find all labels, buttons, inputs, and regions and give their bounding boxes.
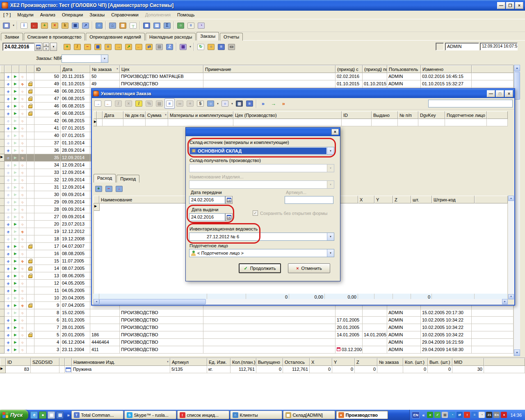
cell[interactable]: 20 bbox=[34, 221, 61, 228]
cell[interactable]: 11.07.2005 bbox=[61, 258, 90, 265]
cell[interactable]: 30 bbox=[34, 191, 61, 199]
column-header[interactable]: Y bbox=[374, 196, 393, 203]
search-doc-icon[interactable]: ○ bbox=[220, 98, 230, 109]
table-row[interactable]: »►«5020.11.201550ПРОИЗВОДСТВО МАТРАЦЕВ02… bbox=[0, 73, 514, 80]
link-icon[interactable]: ∞ bbox=[175, 98, 185, 109]
cancel-button[interactable]: × Отменить bbox=[288, 263, 330, 273]
cell[interactable] bbox=[445, 119, 487, 126]
column-header[interactable] bbox=[487, 111, 508, 119]
chevron-left-icon[interactable]: « bbox=[421, 413, 426, 418]
green-arrow-icon[interactable]: → bbox=[268, 98, 278, 109]
column-header[interactable] bbox=[65, 358, 72, 366]
modal-search-input[interactable] bbox=[428, 100, 513, 107]
menu-item-справочники[interactable]: Справочники bbox=[108, 11, 142, 18]
cell[interactable] bbox=[203, 339, 336, 346]
taskbar-button[interactable]: SSkype™ - rusla... bbox=[124, 411, 176, 419]
cell[interactable]: ADMIN bbox=[387, 80, 421, 88]
column-header[interactable]: (приход) с bbox=[336, 65, 363, 73]
cell[interactable]: 0 bbox=[355, 366, 377, 373]
column-header[interactable]: ID bbox=[342, 111, 372, 119]
antivirus-icon[interactable]: e bbox=[427, 412, 433, 418]
scroll-up-icon[interactable]: ▲ bbox=[514, 65, 520, 71]
cell[interactable] bbox=[168, 119, 233, 126]
cell[interactable] bbox=[203, 331, 336, 339]
list-blue-icon[interactable]: ≡ bbox=[244, 98, 255, 109]
database-grid-icon[interactable]: ▦ bbox=[1, 21, 11, 31]
org-chart-icon[interactable]: ┬ bbox=[128, 21, 138, 31]
cell[interactable]: 12.12.2012 bbox=[61, 228, 90, 235]
menu-item-операции[interactable]: Операции bbox=[59, 11, 86, 18]
docs-search-icon[interactable]: ○ bbox=[94, 21, 104, 31]
copy-plus-icon[interactable]: + bbox=[185, 98, 195, 109]
cell[interactable] bbox=[31, 366, 59, 373]
menu-item-помощь[interactable]: Помощь bbox=[174, 11, 198, 18]
cell[interactable] bbox=[418, 119, 445, 126]
cell[interactable]: 12.09.2014 bbox=[61, 154, 90, 162]
scroll-down-icon[interactable]: ▼ bbox=[514, 349, 520, 356]
person-select[interactable]: < Подотчетное лицо > ▼ bbox=[189, 249, 334, 257]
cell[interactable]: 17 bbox=[34, 243, 61, 250]
column-header[interactable]: Пользователь bbox=[387, 65, 421, 73]
cell[interactable]: 23.11.2004 bbox=[61, 346, 90, 354]
cell[interactable]: 4446464 bbox=[90, 339, 120, 346]
cell[interactable] bbox=[203, 324, 336, 331]
cell[interactable]: 15.02.2005 bbox=[61, 309, 90, 317]
taskbar-button[interactable]: ○Клиенты bbox=[230, 411, 282, 419]
cell[interactable]: 08.06.2005 bbox=[61, 272, 90, 280]
cell[interactable]: ADMIN bbox=[387, 73, 421, 80]
column-header[interactable]: X bbox=[358, 196, 374, 203]
column-header[interactable]: Цех bbox=[120, 65, 203, 73]
cell[interactable] bbox=[342, 119, 372, 126]
cell[interactable]: 7 bbox=[34, 324, 61, 331]
scroll-right-icon[interactable]: ► bbox=[502, 299, 508, 304]
doc-export-icon[interactable]: → bbox=[93, 98, 103, 109]
cell[interactable]: 33 bbox=[34, 169, 61, 176]
cell[interactable] bbox=[97, 119, 103, 126]
cell[interactable]: ПРОИЗВОДСТВО bbox=[120, 80, 203, 88]
columns-icon[interactable]: ▥ bbox=[234, 98, 244, 109]
cell[interactable] bbox=[363, 339, 387, 346]
cell[interactable] bbox=[233, 119, 342, 126]
folder-copy-icon[interactable]: ≡ bbox=[103, 42, 113, 52]
cell[interactable]: ПРОИЗВОДСТВО bbox=[120, 317, 203, 324]
cell[interactable]: 09.09.2014 bbox=[61, 191, 90, 199]
cell[interactable]: 28.01.2005 bbox=[61, 324, 90, 331]
user-remove-icon[interactable]: × bbox=[50, 21, 60, 31]
cell[interactable]: 0 bbox=[403, 366, 428, 373]
filter-icon[interactable]: ▼ bbox=[164, 114, 167, 116]
issue-date-calendar-button[interactable]: 15 bbox=[225, 213, 233, 221]
row-add-icon[interactable]: + bbox=[94, 184, 104, 194]
counter-21-icon[interactable]: 21 bbox=[486, 412, 492, 418]
cell[interactable]: 112,761 bbox=[283, 366, 310, 373]
cell[interactable]: 10.02.2005 10:34:22 bbox=[421, 324, 472, 331]
cell[interactable] bbox=[90, 324, 120, 331]
doc-import-icon[interactable]: ← bbox=[103, 98, 113, 109]
table-row[interactable]: »►«406.12.20044446464ПРОИЗВОДСТВОADMIN29… bbox=[0, 339, 514, 346]
cell[interactable]: 0 bbox=[256, 366, 283, 373]
factory-icon[interactable]: ⌂ bbox=[107, 21, 118, 31]
column-header[interactable]: (приход) по bbox=[363, 65, 387, 73]
date-input[interactable]: 24.02.2016 bbox=[2, 43, 34, 51]
cell[interactable]: 27 bbox=[34, 213, 61, 221]
column-header[interactable] bbox=[94, 196, 99, 203]
table-row[interactable]: »►«815.02.2005ПРОИЗВОДСТВОADMIN15.02.200… bbox=[0, 309, 514, 317]
cell[interactable]: 12.09.2014 bbox=[61, 176, 90, 184]
table-row[interactable]: »►«323.11.2004411ПРОИЗВОДСТВО03.12.2004A… bbox=[0, 346, 514, 354]
taskbar-button[interactable]: ▦Склад[ADMIN] bbox=[283, 411, 335, 419]
cell[interactable]: 15.02.2005 20:17:30 bbox=[421, 309, 472, 317]
edit-icon[interactable]: / bbox=[113, 98, 123, 109]
cell[interactable] bbox=[59, 366, 65, 373]
alert-red-icon[interactable]: ! bbox=[464, 412, 470, 418]
column-header[interactable] bbox=[475, 196, 508, 203]
table-row[interactable]: »►«631.01.2005ПРОИЗВОДСТВО17.01.2005ADMI… bbox=[0, 317, 514, 324]
cell[interactable]: 17.01.2005 bbox=[336, 317, 363, 324]
row-marker[interactable]: ▶ bbox=[0, 366, 6, 373]
minimize-icon[interactable]: — bbox=[487, 90, 495, 97]
cell[interactable] bbox=[363, 324, 387, 331]
cell[interactable]: 12.09.2014 bbox=[61, 184, 90, 191]
cell[interactable] bbox=[103, 119, 123, 126]
inventory-select[interactable]: 27.12.2012 № 6 ▼ bbox=[189, 233, 334, 241]
tab-заказы[interactable]: Заказы bbox=[196, 32, 219, 41]
cell[interactable]: 31.01.2005 bbox=[61, 317, 90, 324]
column-header[interactable] bbox=[484, 358, 525, 366]
